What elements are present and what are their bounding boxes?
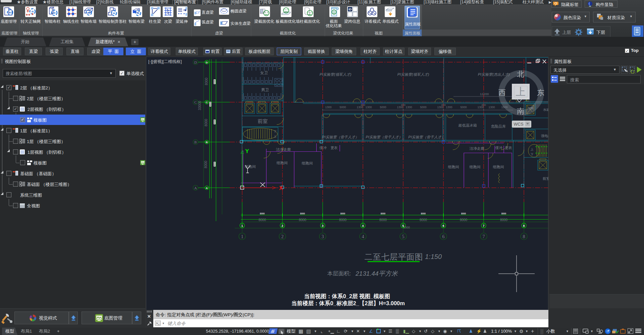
svg-text:3: 3 xyxy=(322,224,323,227)
svg-text:危险品库: 危险品库 xyxy=(491,124,506,128)
svg-text:下: 下 xyxy=(531,153,534,156)
svg-text:洁净走廊: 洁净走廊 xyxy=(469,146,484,150)
svg-text:8000: 8000 xyxy=(501,212,506,215)
svg-text:超低温冰箱: 超低温冰箱 xyxy=(459,123,477,127)
svg-text:细胞间: 细胞间 xyxy=(469,165,481,169)
svg-text:8000: 8000 xyxy=(259,218,266,222)
svg-text:4: 4 xyxy=(362,234,364,239)
svg-text:5000: 5000 xyxy=(340,106,346,109)
svg-text:D: D xyxy=(194,60,197,64)
svg-text:6: 6 xyxy=(442,234,445,239)
svg-text:7: 7 xyxy=(483,234,485,239)
svg-text:当前视图：体系0_2层 视图_模板图: 当前视图：体系0_2层 视图_模板图 xyxy=(304,293,390,299)
svg-text:当前楼层：体系0_标准层2_【2层】H=3.000m: 当前楼层：体系0_标准层2_【2层】H=3.000m xyxy=(291,300,405,306)
svg-text:4: 4 xyxy=(362,224,364,227)
svg-text:AI: AI xyxy=(113,12,115,14)
svg-text:400: 400 xyxy=(441,104,446,107)
svg-text:33000: 33000 xyxy=(198,101,202,110)
svg-text:男卫: 男卫 xyxy=(261,88,269,92)
svg-text:前室: 前室 xyxy=(542,177,548,181)
svg-text:400: 400 xyxy=(481,104,486,107)
svg-text:缓冲: 缓冲 xyxy=(320,146,327,150)
svg-text:8000: 8000 xyxy=(339,218,347,222)
svg-text:前室: 前室 xyxy=(258,118,268,124)
svg-text:下: 下 xyxy=(274,130,277,133)
svg-text:PI实验室（骨干人才）: PI实验室（骨干人才） xyxy=(366,135,402,139)
svg-text:水箱: 水箱 xyxy=(543,108,548,112)
svg-text:东: 东 xyxy=(537,88,544,97)
svg-text:6: 6 xyxy=(442,224,444,227)
svg-text:5000: 5000 xyxy=(461,106,467,109)
svg-text:C: C xyxy=(194,100,197,104)
svg-text:1300: 1300 xyxy=(366,106,372,109)
svg-text:更衣: 更衣 xyxy=(505,146,513,150)
svg-text:ID: ID xyxy=(348,8,352,11)
svg-text:细胞间: 细胞间 xyxy=(493,165,504,169)
svg-text:1300: 1300 xyxy=(325,106,332,109)
svg-text:WCS: WCS xyxy=(514,122,523,127)
svg-text:细胞间: 细胞间 xyxy=(276,161,288,165)
svg-text:更衣: 更衣 xyxy=(331,146,338,150)
svg-text:细胞间: 细胞间 xyxy=(302,161,313,165)
svg-text:PI实验室（骨干人才）: PI实验室（骨干人才） xyxy=(408,135,445,139)
svg-text:本层面积:: 本层面积: xyxy=(327,270,351,276)
svg-text:5: 5 xyxy=(402,224,404,227)
svg-text:[-][俯视][二维线框]: [-][俯视][二维线框] xyxy=(148,59,182,64)
svg-text:8000: 8000 xyxy=(379,218,387,222)
svg-text:7: 7 xyxy=(483,224,484,227)
svg-text:8000: 8000 xyxy=(500,218,508,222)
svg-text:5000: 5000 xyxy=(380,106,386,109)
svg-text:强电井: 强电井 xyxy=(541,134,548,138)
svg-text:8000: 8000 xyxy=(340,212,345,215)
svg-text:2131.44平方米: 2131.44平方米 xyxy=(355,270,398,277)
svg-text:8000: 8000 xyxy=(421,212,426,215)
svg-text:A: A xyxy=(194,186,197,190)
svg-text:AI: AI xyxy=(137,12,140,14)
svg-text:A: A xyxy=(206,187,208,190)
svg-text:细胞间: 细胞间 xyxy=(448,165,459,169)
svg-text:8000: 8000 xyxy=(299,218,307,222)
svg-text:400: 400 xyxy=(401,104,406,107)
svg-text:8: 8 xyxy=(523,234,525,239)
svg-text:8000: 8000 xyxy=(300,212,305,215)
svg-text:1: 1 xyxy=(241,224,243,227)
svg-text:PI实验室(领军人才): PI实验室(领军人才) xyxy=(320,72,352,76)
svg-text:C: C xyxy=(206,101,208,104)
svg-text:PI实验室(领军人才): PI实验室(领军人才) xyxy=(397,72,429,76)
svg-text:400: 400 xyxy=(361,104,365,107)
svg-text:女卫: 女卫 xyxy=(260,71,268,75)
svg-text:1300: 1300 xyxy=(406,106,412,109)
svg-text:8000: 8000 xyxy=(260,212,265,215)
svg-text:AI: AI xyxy=(88,11,90,14)
svg-text:B: B xyxy=(194,140,197,144)
svg-text:8000: 8000 xyxy=(460,218,468,222)
svg-text:上: 上 xyxy=(531,148,534,151)
svg-text:3: 3 xyxy=(322,234,324,239)
svg-text:8000: 8000 xyxy=(204,119,208,126)
svg-text:洁净走廊: 洁净走廊 xyxy=(276,147,291,151)
svg-text:西: 西 xyxy=(498,88,506,97)
svg-text:12200: 12200 xyxy=(480,92,489,96)
svg-text:5000: 5000 xyxy=(420,106,427,109)
svg-text:2: 2 xyxy=(281,234,284,239)
svg-text:PI实验室(杰出人才): PI实验室(杰出人才) xyxy=(478,72,510,76)
svg-text:PI实验室（骨干人才）: PI实验室（骨干人才） xyxy=(322,135,359,139)
svg-text:北: 北 xyxy=(517,70,524,78)
svg-text:Y: Y xyxy=(245,148,249,154)
svg-text:8000: 8000 xyxy=(204,160,208,168)
svg-text:8: 8 xyxy=(523,224,525,227)
svg-text:二至七层平面图: 二至七层平面图 xyxy=(365,252,423,261)
svg-text:1: 1 xyxy=(241,234,244,239)
svg-text:8000: 8000 xyxy=(461,212,466,215)
svg-text:8000: 8000 xyxy=(420,218,427,222)
svg-text:南: 南 xyxy=(517,107,524,115)
svg-text:1300: 1300 xyxy=(446,106,452,109)
svg-text:B: B xyxy=(206,141,208,144)
svg-text:8000: 8000 xyxy=(381,212,386,215)
svg-text:1300: 1300 xyxy=(489,106,495,109)
svg-text:8000: 8000 xyxy=(205,77,208,85)
svg-text:2: 2 xyxy=(281,224,283,227)
svg-text:X: X xyxy=(279,185,283,191)
svg-text:5: 5 xyxy=(402,234,405,239)
svg-text:AI: AI xyxy=(32,10,34,13)
